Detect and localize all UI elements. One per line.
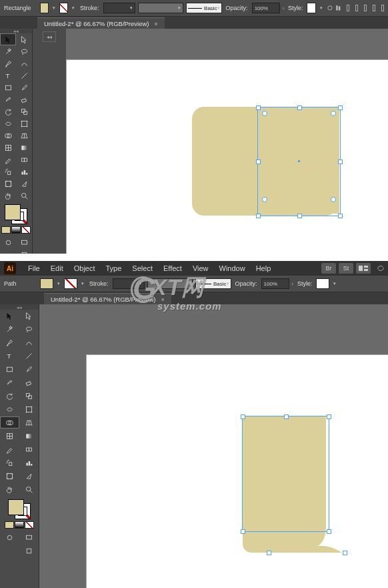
shape-builder-tool[interactable] xyxy=(0,129,16,141)
free-transform-tool[interactable] xyxy=(16,117,32,129)
mesh-tool[interactable] xyxy=(0,141,16,154)
extra-mode-2[interactable] xyxy=(16,248,32,254)
draw-mode-icon[interactable] xyxy=(0,531,19,543)
slice-tool[interactable] xyxy=(19,470,39,482)
width-tool[interactable] xyxy=(0,403,19,415)
eraser-tool[interactable] xyxy=(16,93,32,105)
color-mode-none[interactable] xyxy=(21,226,31,234)
menu-object[interactable]: Object xyxy=(69,261,101,276)
variable-width-profile-select[interactable]: ▾ xyxy=(147,278,193,289)
menu-effect[interactable]: Effect xyxy=(158,261,187,276)
pen-tool[interactable] xyxy=(0,57,16,69)
opacity-more-icon[interactable]: › xyxy=(283,6,284,11)
screen-mode-icon[interactable] xyxy=(16,236,32,248)
stock-icon[interactable]: St xyxy=(339,263,353,274)
direct-selection-tool[interactable] xyxy=(16,33,32,45)
align-button-5[interactable] xyxy=(380,3,385,13)
mesh-tool[interactable] xyxy=(0,430,19,442)
perspective-grid-tool[interactable] xyxy=(16,129,32,141)
artboard-tool[interactable] xyxy=(0,178,16,190)
scale-tool[interactable] xyxy=(19,390,39,402)
curvature-tool[interactable] xyxy=(19,336,39,348)
color-mode-gradient[interactable] xyxy=(11,226,21,234)
fill-swatch-dropdown-icon[interactable]: ▾ xyxy=(51,5,57,11)
brush-definition-select[interactable]: Basic▾ xyxy=(195,278,231,289)
menu-edit[interactable]: Edit xyxy=(45,261,69,276)
eraser-tool[interactable] xyxy=(19,376,39,388)
hand-tool[interactable] xyxy=(0,483,19,495)
symbol-sprayer-tool[interactable] xyxy=(0,166,16,178)
style-dropdown-icon[interactable]: ▾ xyxy=(332,281,337,286)
style-dropdown-icon[interactable]: ▾ xyxy=(319,5,324,11)
bridge-icon[interactable]: Br xyxy=(321,263,336,274)
selection-tool[interactable] xyxy=(0,33,16,45)
brush-definition-select[interactable]: Basic▾ xyxy=(186,3,222,13)
shaper-tool[interactable] xyxy=(0,93,16,105)
document-tab[interactable]: Untitled-2* @ 66.67% (RGB/Preview) × xyxy=(44,293,171,305)
width-tool[interactable] xyxy=(0,117,16,129)
stroke-swatch[interactable] xyxy=(59,3,68,13)
fill-color-swatch[interactable] xyxy=(8,499,24,515)
type-tool[interactable]: T xyxy=(0,69,16,81)
column-graph-tool[interactable] xyxy=(16,166,32,178)
extra-mode-2[interactable] xyxy=(19,545,39,557)
arrange-documents-icon[interactable] xyxy=(356,263,371,274)
shape-builder-tool[interactable] xyxy=(0,416,19,428)
screen-mode-icon[interactable] xyxy=(19,531,39,543)
opacity-input[interactable]: 100% xyxy=(261,278,289,289)
rotate-tool[interactable] xyxy=(0,105,16,117)
scale-tool[interactable] xyxy=(16,105,32,117)
magic-wand-tool[interactable] xyxy=(0,45,16,57)
variable-width-profile-select[interactable]: ▾ xyxy=(138,3,183,13)
color-mode-color[interactable] xyxy=(1,226,11,234)
color-mode-gradient[interactable] xyxy=(15,521,24,529)
graphic-style-swatch[interactable] xyxy=(307,3,315,13)
direct-selection-tool[interactable] xyxy=(19,310,39,322)
shaper-tool[interactable] xyxy=(0,376,19,388)
paintbrush-tool[interactable] xyxy=(19,363,39,375)
fill-stroke-color-box[interactable] xyxy=(0,497,39,531)
magic-wand-tool[interactable] xyxy=(0,323,19,335)
stroke-swatch-dropdown-icon[interactable]: ▾ xyxy=(80,281,85,286)
rectangle-tool[interactable] xyxy=(0,363,19,375)
close-tab-icon[interactable]: × xyxy=(154,21,157,27)
perspective-grid-tool[interactable] xyxy=(19,416,39,428)
pen-tool[interactable] xyxy=(0,336,19,348)
eyedropper-tool[interactable] xyxy=(0,154,16,166)
fill-swatch-dropdown-icon[interactable]: ▾ xyxy=(56,281,61,286)
canvas[interactable] xyxy=(66,29,388,254)
menu-file[interactable]: File xyxy=(23,261,45,276)
blend-tool[interactable] xyxy=(16,154,32,166)
recolor-artwork-icon[interactable] xyxy=(327,3,333,13)
align-button-4[interactable] xyxy=(371,3,377,13)
rectangle-tool[interactable] xyxy=(0,81,16,93)
line-segment-tool[interactable] xyxy=(19,350,39,362)
lasso-tool[interactable] xyxy=(19,323,39,335)
type-tool[interactable]: T xyxy=(0,350,19,362)
slice-tool[interactable] xyxy=(16,178,32,190)
sync-settings-icon[interactable] xyxy=(373,263,388,274)
align-button-1[interactable] xyxy=(345,3,351,13)
blend-tool[interactable] xyxy=(19,443,39,455)
curvature-tool[interactable] xyxy=(16,57,32,69)
lasso-tool[interactable] xyxy=(16,45,32,57)
opacity-more-icon[interactable]: › xyxy=(292,282,293,286)
fill-swatch[interactable] xyxy=(40,278,53,289)
fill-stroke-color-box[interactable] xyxy=(0,202,32,236)
align-palette-icon[interactable] xyxy=(335,3,342,13)
gradient-tool[interactable] xyxy=(19,430,39,442)
hand-tool[interactable] xyxy=(0,190,16,202)
menu-type[interactable]: Type xyxy=(101,261,127,276)
stroke-swatch-dropdown-icon[interactable]: ▾ xyxy=(71,5,76,11)
expand-panel-icon[interactable]: ◂◂ xyxy=(43,31,56,42)
line-segment-tool[interactable] xyxy=(16,69,32,81)
zoom-tool[interactable] xyxy=(19,483,39,495)
rotate-tool[interactable] xyxy=(0,390,19,402)
extra-mode-1[interactable] xyxy=(0,545,19,557)
opacity-input[interactable]: 100% xyxy=(252,3,280,13)
color-mode-none[interactable] xyxy=(25,521,34,529)
menu-select[interactable]: Select xyxy=(127,261,158,276)
fill-color-swatch[interactable] xyxy=(5,204,21,220)
menu-view[interactable]: View xyxy=(187,261,214,276)
gradient-tool[interactable] xyxy=(16,141,32,154)
